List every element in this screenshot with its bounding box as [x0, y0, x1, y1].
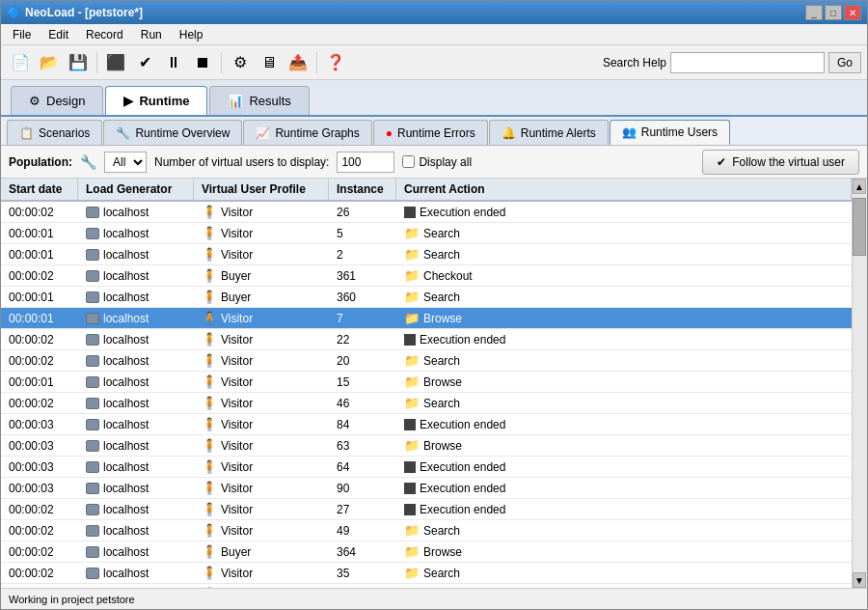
menu-edit[interactable]: Edit — [41, 26, 76, 43]
cell-start-date: 00:00:03 — [1, 414, 78, 434]
search-help-go-button[interactable]: Go — [828, 52, 861, 73]
toolbar-sep-3 — [316, 52, 317, 73]
follow-virtual-user-button[interactable]: ✔ Follow the virtual user — [702, 150, 859, 175]
open-button[interactable]: 📂 — [36, 49, 63, 76]
cell-action: Execution ended — [396, 414, 852, 434]
display-all-checkbox[interactable] — [402, 155, 415, 168]
cell-instance: 7 — [329, 308, 396, 328]
table-header: Start date Load Generator Virtual User P… — [1, 179, 852, 202]
menu-record[interactable]: Record — [78, 26, 131, 43]
cell-profile: 🧍Visitor — [194, 202, 329, 222]
cell-profile: 🧍Visitor — [194, 223, 329, 243]
population-select[interactable]: All — [104, 152, 147, 173]
cell-generator: localhost — [78, 372, 194, 392]
record-stop-button[interactable]: ⏹ — [189, 49, 216, 76]
help-button[interactable]: ❓ — [322, 49, 349, 76]
export-button[interactable]: 📤 — [285, 49, 312, 76]
generator-name: localhost — [103, 227, 149, 240]
cell-action: Execution ended — [396, 457, 852, 477]
scroll-up-arrow[interactable]: ▲ — [853, 179, 866, 194]
table-row[interactable]: 00:00:02localhost🧍Visitor35📁Search — [1, 563, 852, 584]
menu-help[interactable]: Help — [172, 26, 211, 43]
folder-icon: 📁 — [404, 374, 420, 389]
cell-profile: 🧍Visitor — [194, 457, 329, 477]
sub-tab-runtime-errors[interactable]: ● Runtime Errors — [373, 120, 488, 145]
cell-instance: 361 — [329, 265, 396, 286]
status-text: Working in project petstore — [9, 594, 135, 605]
server-icon — [86, 568, 99, 579]
table-row[interactable]: 00:00:01localhost🧍Visitor2📁Search — [1, 244, 852, 265]
table-row[interactable]: 00:00:02localhost🧍Visitor22Execution end… — [1, 329, 852, 350]
server-icon — [86, 355, 99, 367]
folder-icon: 📁 — [404, 544, 420, 559]
check-button[interactable]: ✔ — [131, 49, 158, 76]
population-icon: 🔧 — [80, 154, 96, 170]
cell-start-date: 00:00:02 — [1, 541, 78, 562]
sub-tab-runtime-overview[interactable]: 🔧 Runtime Overview — [103, 120, 242, 145]
cell-start-date: 00:00:02 — [1, 265, 78, 286]
scroll-thumb[interactable] — [853, 198, 866, 256]
cell-generator: localhost — [78, 435, 194, 456]
table-row[interactable]: 00:00:02localhost🧍Visitor27Execution end… — [1, 499, 852, 520]
search-help-input[interactable] — [670, 52, 825, 73]
minimize-button[interactable]: _ — [805, 5, 823, 20]
action-name: Execution ended — [420, 333, 505, 347]
new-button[interactable]: 📄 — [7, 49, 34, 76]
profile-name: Visitor — [221, 418, 253, 431]
table-row[interactable]: 00:00:03localhost🧍Visitor90Execution end… — [1, 478, 852, 499]
generator-name: localhost — [103, 545, 149, 559]
table-area: Start date Load Generator Virtual User P… — [1, 179, 867, 588]
tab-design[interactable]: ⚙ Design — [11, 86, 103, 115]
sub-tab-runtime-alerts[interactable]: 🔔 Runtime Alerts — [489, 120, 609, 145]
table-row[interactable]: 00:00:02localhost🧍Buyer361📁Checkout — [1, 265, 852, 287]
save-button[interactable]: 💾 — [65, 49, 92, 76]
display-all-check[interactable]: Display all — [402, 155, 472, 169]
cell-profile: 🧍Buyer — [194, 265, 329, 286]
user-icon: 🧍 — [202, 290, 217, 304]
tab-results[interactable]: 📊 Results — [209, 86, 309, 115]
table-row[interactable]: 00:00:02localhost🧍Visitor31📁Search — [1, 584, 852, 588]
user-icon: 🧍 — [202, 523, 217, 538]
menu-file[interactable]: File — [5, 26, 39, 43]
table-row[interactable]: 00:00:01localhost🧍Visitor7📁Browse — [1, 308, 852, 329]
server-icon — [86, 313, 99, 324]
scroll-down-arrow[interactable]: ▼ — [853, 572, 866, 588]
pause-button[interactable]: ⏸ — [160, 49, 187, 76]
close-button[interactable]: ✕ — [844, 5, 861, 20]
sub-tab-runtime-graphs[interactable]: 📈 Runtime Graphs — [243, 120, 371, 145]
stop-button[interactable]: ⬛ — [102, 49, 129, 76]
table-row[interactable]: 00:00:02localhost🧍Visitor26Execution end… — [1, 202, 852, 223]
table-row[interactable]: 00:00:03localhost🧍Visitor84Execution end… — [1, 414, 852, 435]
table-row[interactable]: 00:00:02localhost🧍Visitor20📁Search — [1, 350, 852, 372]
table-row[interactable]: 00:00:03localhost🧍Visitor63📁Browse — [1, 435, 852, 457]
table-row[interactable]: 00:00:01localhost🧍Buyer360📁Search — [1, 287, 852, 308]
table-row[interactable]: 00:00:01localhost🧍Visitor5📁Search — [1, 223, 852, 244]
runtime-icon: ▶ — [123, 94, 133, 108]
settings-button[interactable]: ⚙ — [227, 49, 254, 76]
table-row[interactable]: 00:00:01localhost🧍Visitor15📁Browse — [1, 372, 852, 393]
table-row[interactable]: 00:00:02localhost🧍Visitor46📁Search — [1, 393, 852, 414]
table-row[interactable]: 00:00:03localhost🧍Visitor64Execution end… — [1, 457, 852, 478]
user-icon: 🧍 — [202, 332, 217, 347]
user-icon: 🧍 — [202, 502, 217, 516]
col-header-start: Start date — [1, 179, 78, 200]
num-users-input[interactable] — [337, 152, 394, 173]
folder-icon: 📁 — [404, 290, 420, 304]
view-button[interactable]: 🖥 — [256, 49, 283, 76]
table-row[interactable]: 00:00:02localhost🧍Buyer364📁Browse — [1, 541, 852, 563]
folder-icon: 📁 — [404, 311, 420, 325]
cell-instance: 31 — [329, 584, 396, 588]
maximize-button[interactable]: □ — [825, 5, 842, 20]
menu-run[interactable]: Run — [133, 26, 170, 43]
cell-instance: 22 — [329, 329, 396, 349]
table-row[interactable]: 00:00:02localhost🧍Visitor49📁Search — [1, 520, 852, 541]
sub-tab-runtime-users[interactable]: 👥 Runtime Users — [610, 120, 730, 145]
sub-tab-scenarios[interactable]: 📋 Scenarios — [7, 120, 102, 145]
toolbar-sep-1 — [96, 52, 97, 73]
scrollbar[interactable]: ▲ ▼ — [852, 179, 867, 588]
user-icon: 🧍 — [202, 459, 217, 474]
cell-instance: 49 — [329, 520, 396, 541]
action-name: Search — [423, 227, 460, 240]
action-name: Execution ended — [420, 460, 505, 474]
tab-runtime[interactable]: ▶ Runtime — [105, 86, 207, 115]
